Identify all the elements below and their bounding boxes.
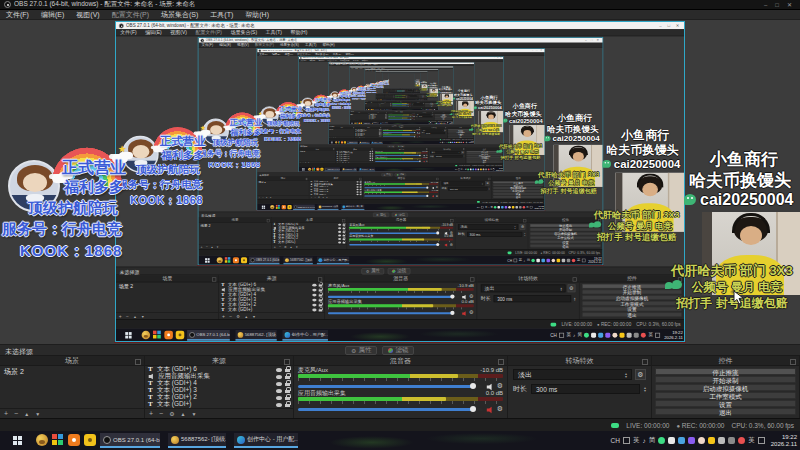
- visibility-eye-icon[interactable]: [276, 389, 282, 393]
- close-icon[interactable]: ✕: [787, 0, 792, 10]
- minimize-icon[interactable]: –: [764, 0, 767, 10]
- properties-button: ⚙属性: [373, 213, 389, 218]
- volume-slider[interactable]: [298, 385, 483, 388]
- tray-icon-monitor[interactable]: [728, 437, 735, 444]
- lock-icon[interactable]: [285, 376, 290, 379]
- visibility-eye-icon[interactable]: [276, 368, 282, 372]
- headphones: [417, 83, 419, 84]
- taskbar-button-edge[interactable]: 创作中心 - 用户配...: [234, 433, 298, 448]
- tray-icon-purple[interactable]: [688, 437, 695, 444]
- start-button-icon[interactable]: [13, 436, 22, 445]
- transition-select[interactable]: 淡出 ▴▾: [513, 369, 632, 380]
- add-scene-button[interactable]: +: [4, 409, 8, 419]
- channel-gear-icon: ⚙: [436, 194, 438, 197]
- duration-input[interactable]: 300 ms: [531, 384, 640, 394]
- menu-file[interactable]: 文件(F): [0, 10, 35, 20]
- start-recording-button[interactable]: 开始录制: [655, 376, 796, 383]
- tray-icon-red[interactable]: [738, 437, 745, 444]
- channel-gear-icon[interactable]: ⚙: [497, 405, 503, 413]
- taskbar-button-obs[interactable]: OBS 27.0.1 (64-bi...: [100, 433, 160, 448]
- maximize-icon[interactable]: □: [775, 0, 779, 10]
- scene-up-button[interactable]: ▲: [24, 409, 29, 419]
- menu-help[interactable]: 帮助(H): [239, 10, 275, 20]
- add-scene-button: +: [119, 313, 122, 320]
- scene-list-item: 场景 2: [375, 95, 384, 96]
- lang-indicator[interactable]: 英: [748, 436, 755, 445]
- studio-mode-button[interactable]: 工作室模式: [655, 392, 796, 399]
- ime-ch-label[interactable]: CH: [611, 437, 620, 444]
- settings-button[interactable]: 设置: [655, 400, 796, 407]
- pinned-app-icon-monkey[interactable]: [36, 434, 48, 446]
- right-bottom-overlay: 代肝哈夫币 部门 3X3 公频号 曼月 电竞 招打手 封号追缴包赔: [496, 143, 545, 163]
- add-source-button[interactable]: +: [149, 409, 153, 419]
- properties-button[interactable]: ⚙属性: [345, 346, 377, 355]
- taskbar-button-edge: 创作中心 - 用户配...: [282, 330, 328, 341]
- lang-box-icon[interactable]: [758, 437, 765, 444]
- overlay-bottom-line: 代肝哈夫币 部门 3X3: [664, 262, 800, 280]
- audio-meter: [349, 238, 453, 240]
- ime-jian-label[interactable]: 简: [649, 436, 656, 445]
- scenes-panel: 场景 场景 2 + − ▲ ▼: [116, 275, 219, 319]
- exit-button[interactable]: 退出: [655, 408, 796, 415]
- captured-obs-window: OBS 27.0.1 (64-bit, windows) - 配置文件: 未命名…: [299, 56, 504, 171]
- menu-profile[interactable]: 配置文件(P): [106, 10, 155, 20]
- tray-icon-blue[interactable]: [678, 437, 685, 444]
- tray-icon-blue: [472, 168, 474, 170]
- tray-icon-green[interactable]: [658, 437, 665, 444]
- obs-icon: [103, 436, 111, 444]
- lang-box-icon: [530, 206, 533, 209]
- scene-list-item: 场景 2: [299, 150, 336, 153]
- visibility-eye-icon[interactable]: [276, 375, 282, 379]
- taskbar-clock[interactable]: 19:22 2026.2.11: [771, 434, 797, 448]
- tray-icon-tan[interactable]: [698, 437, 705, 444]
- tray-icon-green: [584, 333, 589, 338]
- scene-list-item[interactable]: 场景 2: [0, 366, 144, 378]
- visibility-eye-icon[interactable]: [276, 403, 282, 407]
- virtual-camera-button[interactable]: 启动虚拟摄像机: [655, 384, 796, 391]
- duration-label: 时长: [513, 384, 527, 394]
- overlay-bottom-line: 招打手 封号追缴包赔: [664, 295, 800, 312]
- ime-note-icon[interactable]: ♪: [643, 437, 646, 444]
- ime-lang-label[interactable]: 英: [633, 436, 640, 445]
- source-row[interactable]: T 文本 (GDI+): [145, 401, 293, 408]
- menu-edit[interactable]: 编辑(E): [35, 10, 70, 20]
- source-down-button[interactable]: ▼: [192, 409, 197, 419]
- maximize-icon: □: [667, 22, 670, 29]
- remove-source-button[interactable]: −: [159, 409, 163, 419]
- tray-icon-speaker[interactable]: [718, 437, 725, 444]
- desktop: OBS 27.0.1 (64-bit, windows) - 配置文件: 未命名…: [0, 0, 800, 450]
- captured-obs-window: OBS 27.0.1 (64-bit, windows) - 配置文件: 未命名…: [328, 62, 474, 144]
- menu-scene-collection[interactable]: 场景集合(S): [155, 10, 204, 20]
- pinned-app-icon-orange[interactable]: [68, 434, 80, 446]
- visibility-eye-icon[interactable]: [276, 382, 282, 386]
- stop-streaming-button[interactable]: 停止推流: [655, 368, 796, 375]
- source-properties-button[interactable]: ⚙: [169, 409, 174, 419]
- transition-gear-button[interactable]: ⚙: [635, 369, 646, 380]
- volume-slider[interactable]: [298, 408, 483, 411]
- filters-button: 滤镜: [392, 213, 408, 218]
- spinner-icon[interactable]: ▴▾: [644, 386, 646, 392]
- tray-icon-yellow[interactable]: [708, 437, 715, 444]
- lock-icon[interactable]: [285, 390, 290, 393]
- channel-gear-icon[interactable]: ⚙: [497, 382, 503, 390]
- taskbar-button-chat[interactable]: 56887562- [顶级...: [168, 433, 226, 448]
- lock-icon[interactable]: [285, 397, 290, 400]
- tray-icon-white[interactable]: [668, 437, 675, 444]
- visibility-eye-icon[interactable]: [276, 396, 282, 400]
- muted-speaker-icon[interactable]: [486, 400, 494, 418]
- lock-icon[interactable]: [285, 404, 290, 407]
- lock-icon[interactable]: [285, 369, 290, 372]
- menu-tools[interactable]: 工具(T): [204, 10, 239, 20]
- menu-tools: 工具(T): [331, 52, 344, 56]
- ime-box-icon[interactable]: [623, 437, 630, 444]
- pinned-app-icon-grid[interactable]: [52, 434, 64, 446]
- scene-down-button[interactable]: ▼: [35, 409, 40, 419]
- menu-help: 帮助(H): [343, 52, 356, 56]
- source-up-button[interactable]: ▲: [181, 409, 186, 419]
- menu-view[interactable]: 视图(V): [70, 10, 105, 20]
- filters-button[interactable]: 滤镜: [382, 346, 414, 355]
- live-indicator-icon: [551, 322, 557, 326]
- pinned-app-icon-yellow[interactable]: [84, 434, 96, 446]
- lock-icon[interactable]: [285, 383, 290, 386]
- remove-scene-button[interactable]: −: [14, 409, 18, 419]
